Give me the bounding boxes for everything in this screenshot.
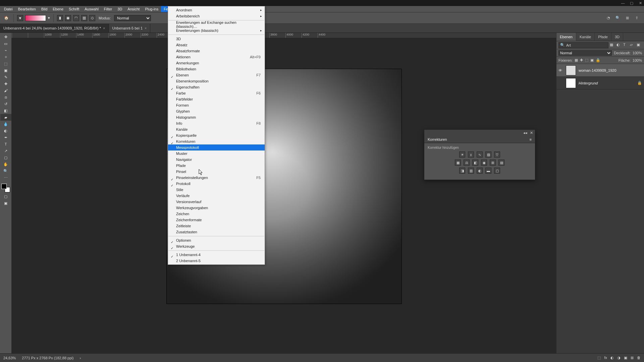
color-swatches[interactable] <box>1 183 11 193</box>
menu-item[interactable]: EbenenF7 <box>168 72 265 78</box>
menu-item[interactable]: Werkzeuge <box>168 243 265 249</box>
filter-adjust-icon[interactable]: ◐ <box>616 43 622 48</box>
menu-item[interactable]: 3D <box>168 36 265 42</box>
pen-tool[interactable]: ✒ <box>0 134 11 141</box>
status-fx-icon[interactable]: fx <box>604 356 607 360</box>
brush-tool[interactable]: 🖌 <box>0 87 11 94</box>
menu-3d[interactable]: 3D <box>115 6 125 12</box>
gradient-swatch[interactable] <box>25 15 46 21</box>
menu-item[interactable]: Messprotokoll <box>168 144 265 150</box>
layer-row[interactable]: 👁woman-1439909_1920 <box>556 64 644 77</box>
menu-item[interactable]: Zeichenformate <box>168 217 265 223</box>
menu-item[interactable]: Erweiterungen auf Exchange suchen (klass… <box>168 21 265 27</box>
eyedropper-tool[interactable]: ✎ <box>0 74 11 80</box>
foreground-color[interactable] <box>1 184 7 189</box>
screenmode-icon[interactable]: ▣ <box>0 200 11 206</box>
gradient-tool[interactable]: ▰ <box>0 114 11 121</box>
menu-item[interactable]: Absatz <box>168 42 265 48</box>
share-icon[interactable]: ⇪ <box>634 15 639 21</box>
menu-item[interactable]: Korrekturen <box>168 138 265 144</box>
eraser-tool[interactable]: ◧ <box>0 107 11 114</box>
menubar[interactable]: DateiBearbeitenBildEbeneSchriftAuswahlFi… <box>0 6 644 12</box>
menu-item[interactable]: Arbeitsbereich <box>168 13 265 19</box>
wand-tool[interactable]: ✧ <box>0 54 11 60</box>
maximize-button[interactable]: ▢ <box>629 1 634 5</box>
document-tab[interactable]: Unbenannt-5 bei 1× <box>109 24 151 33</box>
hand-tool[interactable]: ✋ <box>0 161 11 168</box>
filter-shape-icon[interactable]: ▱ <box>630 43 635 48</box>
collapse-icon[interactable]: ◂◂ <box>523 131 527 135</box>
menu-item[interactable]: 1 Unbenannt-4 <box>168 252 265 258</box>
menu-item[interactable]: Farbfelder <box>168 96 265 102</box>
levels-icon[interactable]: ⫿ <box>468 152 474 158</box>
layer-filter[interactable]: 🔍 Art <box>558 42 608 48</box>
menu-item[interactable]: Formen <box>168 102 265 108</box>
canvas-area[interactable]: 1000120014001600180020002200240026002800… <box>12 33 556 353</box>
crop-tool[interactable]: ⬚ <box>0 60 11 67</box>
blend-mode-select[interactable]: Normal <box>558 50 612 56</box>
tab-close-icon[interactable]: × <box>145 26 147 30</box>
menu-schrift[interactable]: Schrift <box>66 6 82 12</box>
menu-item[interactable]: Stile <box>168 187 265 193</box>
lock-all-icon[interactable]: ▦ <box>575 58 578 62</box>
panel-menu-icon[interactable]: ≡ <box>530 137 532 141</box>
blur-tool[interactable]: 💧 <box>0 121 11 127</box>
menu-item[interactable]: Erweiterungen (klassisch) <box>168 27 265 34</box>
status-mask-icon[interactable]: ◐ <box>610 356 614 360</box>
frame-tool[interactable]: ▣ <box>0 67 11 74</box>
lock-artboard-icon[interactable]: ▣ <box>590 58 594 62</box>
gradient-diamond-icon[interactable]: ◇ <box>89 15 95 21</box>
gradientmap-icon[interactable]: ▬ <box>485 168 491 174</box>
curves-icon[interactable]: ∿ <box>477 152 483 158</box>
menu-item[interactable]: Glyphen <box>168 108 265 114</box>
menu-item[interactable]: Navigator <box>168 157 265 163</box>
move-tool[interactable]: ✥ <box>0 34 11 40</box>
filter-smart-icon[interactable]: ▣ <box>637 43 642 48</box>
menu-item[interactable]: Histogramm <box>168 114 265 120</box>
menu-item[interactable]: Protokoll <box>168 181 265 187</box>
adjustments-panel[interactable]: ◂◂ ✕ Korrekturen ≡ Korrektur hinzufügen … <box>424 129 535 180</box>
photofilter-icon[interactable]: ◉ <box>481 160 487 166</box>
invert-icon[interactable]: ◨ <box>459 168 465 174</box>
menu-item[interactable]: Zeitleiste <box>168 223 265 229</box>
menu-filter[interactable]: Filter <box>101 6 115 12</box>
mode-select[interactable]: Normal <box>114 15 151 21</box>
lock-pix-icon[interactable]: ⬚ <box>585 58 588 62</box>
document-tab[interactable]: Unbenannt-4 bei 24,6% (woman-1439909_192… <box>0 24 109 33</box>
workspace-icon[interactable]: ⊞ <box>625 15 630 21</box>
menu-item[interactable]: PinseleinstellungenF5 <box>168 175 265 181</box>
menu-datei[interactable]: Datei <box>1 6 15 12</box>
menu-item[interactable]: Verläufe <box>168 193 265 199</box>
stamp-tool[interactable]: ⧈ <box>0 94 11 101</box>
menu-item[interactable]: Bibliotheken <box>168 66 265 72</box>
menu-item[interactable]: 2 Unbenannt-5 <box>168 258 265 264</box>
visibility-icon[interactable]: 👁 <box>558 68 563 72</box>
menu-bild[interactable]: Bild <box>39 6 50 12</box>
type-tool[interactable]: T <box>0 141 11 147</box>
menu-item[interactable]: Optionen <box>168 237 265 243</box>
status-new-icon[interactable]: ⊞ <box>631 356 634 360</box>
menu-item[interactable]: Werkzeugvorgaben <box>168 205 265 211</box>
heal-tool[interactable]: ✚ <box>0 80 11 87</box>
threshold-icon[interactable]: ◐ <box>477 168 483 174</box>
filter-pixel-icon[interactable]: ▦ <box>610 43 615 48</box>
menu-item[interactable]: Zeichen <box>168 211 265 217</box>
exposure-icon[interactable]: ▨ <box>485 152 491 158</box>
panel-tab-ebenen[interactable]: Ebenen <box>556 33 576 41</box>
close-button[interactable]: ✕ <box>638 1 643 5</box>
menu-item[interactable]: Anmerkungen <box>168 60 265 66</box>
zoom-level[interactable]: 24,63% <box>3 356 16 360</box>
menu-item[interactable]: AktionenAlt+F9 <box>168 54 265 60</box>
gradient-angle-icon[interactable]: ◠ <box>73 15 79 21</box>
filter-type-icon[interactable]: T <box>623 43 629 48</box>
menu-ansicht[interactable]: Ansicht <box>125 6 142 12</box>
gradient-linear-icon[interactable]: ▮ <box>57 15 63 21</box>
gradient-reflected-icon[interactable]: ▥ <box>81 15 87 21</box>
doc-info[interactable]: 2771 Px x 2768 Px (182,88 ppi) <box>22 356 73 360</box>
menu-item[interactable]: Versionsverlauf <box>168 199 265 205</box>
menu-bearbeiten[interactable]: Bearbeiten <box>15 6 39 12</box>
path-tool[interactable]: ↗ <box>0 147 11 154</box>
channelmixer-icon[interactable]: ⊞ <box>490 160 496 166</box>
lasso-tool[interactable]: ⌁ <box>0 47 11 54</box>
info-arrow-icon[interactable]: › <box>79 356 81 360</box>
